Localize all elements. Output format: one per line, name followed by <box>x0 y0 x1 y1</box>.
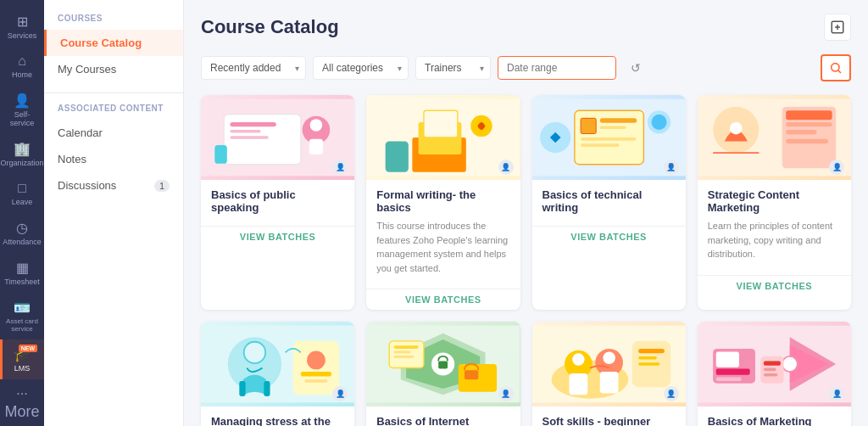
thumb-illustration-soft-skills <box>532 322 686 406</box>
course-card-internet-privacy[interactable]: 👤 Basics of Internet Privacy This course… <box>366 322 520 426</box>
nav-item-attendance[interactable]: ◷ Attendance <box>0 213 44 253</box>
sidebar-item-my-courses[interactable]: My Courses <box>44 56 183 82</box>
more-icon: ··· <box>16 386 27 401</box>
sidebar-item-calendar[interactable]: Calendar <box>44 120 183 146</box>
svg-rect-61 <box>569 373 587 395</box>
attendance-icon: ◷ <box>16 220 28 236</box>
course-thumb-public-speaking: 👤 <box>201 95 354 180</box>
nav-label-home: Home <box>12 70 32 79</box>
course-thumb-soft-skills: 👤 <box>532 322 686 406</box>
svg-rect-22 <box>599 126 626 129</box>
nav-item-lms[interactable]: NEW 🎓 LMS <box>0 339 44 379</box>
thumb-illustration-formal-writing <box>366 95 520 180</box>
nav-item-organization[interactable]: 🏢 Organization <box>0 134 44 174</box>
svg-point-60 <box>572 353 585 366</box>
nav-item-more[interactable]: ··· More <box>0 379 44 426</box>
svg-rect-10 <box>214 145 227 164</box>
sidebar-item-discussions[interactable]: Discussions 1 <box>44 172 183 199</box>
course-body-soft-skills: Soft skills - beginner level This course… <box>532 406 686 426</box>
nav-label-services: Services <box>8 31 37 40</box>
main-header: Course Catalog <box>201 14 851 41</box>
svg-rect-31 <box>786 122 832 126</box>
leave-icon: □ <box>18 181 26 196</box>
svg-rect-67 <box>638 356 657 360</box>
notes-label: Notes <box>58 153 86 165</box>
course-title-formal-writing: Formal writing- the basics <box>376 188 509 214</box>
svg-rect-9 <box>309 139 323 154</box>
course-card-marketing-basics[interactable]: 👤 Basics of Marketing A course designed … <box>698 322 851 426</box>
nav-label-lms: LMS <box>14 364 31 373</box>
reset-filters-button[interactable]: ↺ <box>623 55 648 81</box>
sidebar-item-course-catalog[interactable]: Course Catalog <box>44 30 183 56</box>
left-nav: ⊞ Services ⌂ Home 👤 Self-service 🏢 Organ… <box>0 0 44 426</box>
nav-label-more: More <box>4 403 39 421</box>
thumb-illustration-managing-stress <box>201 322 354 406</box>
nav-item-self-service[interactable]: 👤 Self-service <box>0 86 44 134</box>
nav-item-home[interactable]: ⌂ Home <box>0 47 44 86</box>
thumb-illustration-technical-writing <box>532 95 686 180</box>
date-range-input[interactable] <box>498 56 616 80</box>
course-card-soft-skills[interactable]: 👤 Soft skills - beginner level This cour… <box>532 322 686 426</box>
nav-label-organization: Organization <box>0 159 43 167</box>
svg-rect-55 <box>394 351 411 354</box>
course-action-public-speaking[interactable]: VIEW BATCHES <box>201 226 354 247</box>
svg-point-63 <box>603 352 615 365</box>
timesheet-icon: ▦ <box>16 260 29 276</box>
add-box-icon <box>830 20 845 35</box>
lms-badge: NEW <box>19 345 37 352</box>
course-desc-formal-writing: This course introduces the features Zoho… <box>376 219 509 275</box>
course-title-technical-writing: Basics of technical writing <box>542 188 676 214</box>
self-service-icon: 👤 <box>14 92 31 109</box>
nav-item-leave[interactable]: □ Leave <box>0 174 44 213</box>
add-box-button[interactable] <box>824 14 851 41</box>
course-body-content-marketing: Strategic Content Marketing Learn the pr… <box>698 180 851 275</box>
course-action-formal-writing[interactable]: VIEW BATCHES <box>366 289 520 310</box>
course-action-technical-writing[interactable]: VIEW BATCHES <box>532 226 686 247</box>
course-card-formal-writing[interactable]: 👤 Formal writing- the basics This course… <box>366 95 520 310</box>
svg-rect-3 <box>224 115 301 165</box>
svg-rect-14 <box>424 110 458 137</box>
svg-rect-45 <box>304 379 327 383</box>
course-avatar-marketing-basics: 👤 <box>829 386 844 401</box>
search-button[interactable] <box>821 54 851 81</box>
svg-rect-64 <box>599 372 618 393</box>
nav-item-services[interactable]: ⊞ Services <box>0 7 44 47</box>
trainers-select[interactable]: Trainers Trainer A Trainer B <box>415 56 491 80</box>
course-title-public-speaking: Basics of public speaking <box>211 188 344 214</box>
sidebar-item-notes[interactable]: Notes <box>44 146 183 172</box>
svg-point-27 <box>651 115 666 130</box>
svg-rect-66 <box>638 349 665 353</box>
course-thumb-formal-writing: 👤 <box>366 95 520 180</box>
thumb-illustration-content-marketing <box>698 95 851 180</box>
course-body-technical-writing: Basics of technical writing <box>532 180 686 226</box>
course-card-managing-stress[interactable]: 👤 Managing stress at the wor... Learn ho… <box>201 322 354 426</box>
course-avatar-technical-writing: 👤 <box>664 160 679 175</box>
svg-point-39 <box>244 342 265 363</box>
all-categories-select[interactable]: All categories Technical Soft Skills Mar… <box>313 56 409 80</box>
recently-added-select[interactable]: Recently added Most popular Alphabetical <box>201 56 306 80</box>
recently-added-filter-wrap: Recently added Most popular Alphabetical <box>201 56 306 80</box>
search-icon <box>829 61 843 75</box>
svg-rect-71 <box>716 352 739 367</box>
nav-item-asset-card[interactable]: 🪪 Asset card service <box>0 293 44 339</box>
course-action-content-marketing[interactable]: VIEW BATCHES <box>698 275 851 296</box>
course-card-public-speaking[interactable]: 👤 Basics of public speaking VIEW BATCHES <box>201 95 354 310</box>
svg-rect-21 <box>599 118 637 122</box>
course-thumb-content-marketing: 👤 <box>698 95 851 180</box>
course-card-technical-writing[interactable]: 👤 Basics of technical writing VIEW BATCH… <box>532 95 686 310</box>
svg-rect-54 <box>394 345 419 349</box>
nav-item-timesheet[interactable]: ▦ Timesheet <box>0 253 44 293</box>
page-title: Course Catalog <box>201 16 339 38</box>
svg-point-35 <box>730 122 743 135</box>
svg-rect-78 <box>764 361 781 365</box>
course-thumb-internet-privacy: 👤 <box>366 322 520 406</box>
svg-rect-19 <box>581 118 596 133</box>
all-categories-filter-wrap: All categories Technical Soft Skills Mar… <box>313 56 409 80</box>
svg-rect-40 <box>239 381 245 396</box>
associated-section-title: ASSOCIATED CONTENT <box>44 104 183 120</box>
svg-point-43 <box>307 351 326 370</box>
course-thumb-managing-stress: 👤 <box>201 322 354 406</box>
course-avatar-formal-writing: 👤 <box>498 160 514 175</box>
sidebar: COURSES Course Catalog My Courses ASSOCI… <box>44 0 184 426</box>
course-card-content-marketing[interactable]: 👤 Strategic Content Marketing Learn the … <box>698 95 851 310</box>
